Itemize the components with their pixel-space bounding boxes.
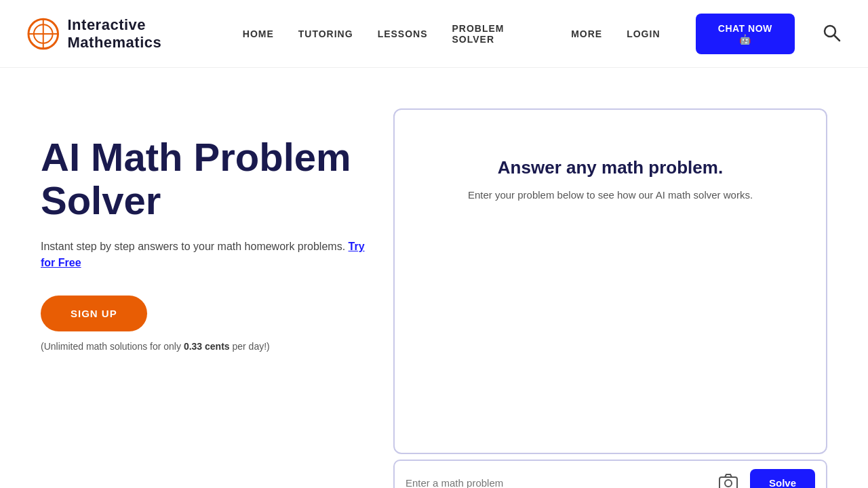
math-problem-input[interactable] — [406, 477, 712, 488]
svg-point-4 — [825, 26, 835, 37]
solver-title: Answer any math problem. — [498, 157, 723, 178]
solver-content: Answer any math problem. Enter your prob… — [395, 110, 826, 453]
main-content: AI Math Problem Solver Instant step by s… — [0, 68, 868, 488]
nav-item-home[interactable]: HOME — [243, 28, 274, 39]
login-button[interactable]: LOGIN — [627, 28, 660, 39]
nav-item-more[interactable]: MORE — [571, 28, 602, 39]
solver-box: Answer any math problem. Enter your prob… — [393, 108, 827, 454]
nav: HOME TUTORING LESSONS PROBLEM SOLVER MOR… — [243, 14, 795, 54]
search-icon — [822, 23, 841, 42]
sign-up-button[interactable]: SIGN UP — [41, 296, 147, 331]
header: Interactive Mathematics HOME TUTORING LE… — [0, 0, 868, 68]
pricing-note: (Unlimited math solutions for only 0.33 … — [41, 341, 366, 352]
camera-icon — [719, 474, 738, 489]
main-heading: AI Math Problem Solver — [41, 136, 366, 222]
svg-line-5 — [835, 35, 840, 41]
nav-item-lessons[interactable]: LESSONS — [378, 28, 428, 39]
svg-point-7 — [725, 480, 732, 487]
solver-description: Enter your problem below to see how our … — [468, 189, 753, 201]
solver-section: Answer any math problem. Enter your prob… — [393, 108, 827, 488]
chat-now-button[interactable]: CHAT NOW 🤖 — [696, 14, 795, 54]
camera-button[interactable] — [719, 474, 738, 489]
solve-button[interactable]: Solve — [750, 469, 815, 488]
hero-section: AI Math Problem Solver Instant step by s… — [41, 108, 366, 488]
solver-input-row: Solve — [393, 460, 827, 488]
search-button[interactable] — [822, 23, 841, 45]
nav-item-problem-solver[interactable]: PROBLEM SOLVER — [452, 23, 547, 45]
logo-text: Interactive Mathematics — [68, 16, 243, 52]
subtitle: Instant step by step answers to your mat… — [41, 239, 366, 271]
nav-item-tutoring[interactable]: TUTORING — [298, 28, 353, 39]
logo-icon — [27, 18, 60, 50]
logo[interactable]: Interactive Mathematics — [27, 16, 243, 52]
